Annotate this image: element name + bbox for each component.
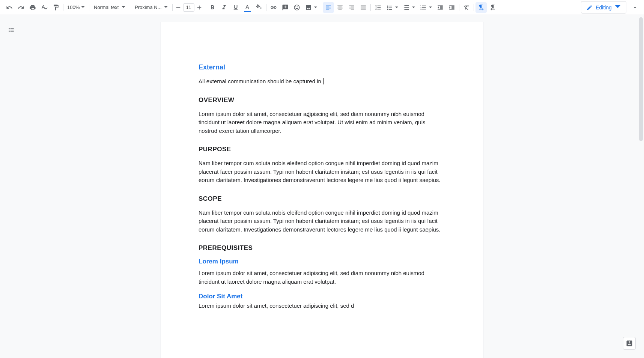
line-spacing-button[interactable]	[372, 2, 384, 13]
editor-canvas: External All external communication shou…	[0, 15, 644, 358]
text-color-button[interactable]	[242, 2, 253, 13]
toolbar: 100% Normal text Proxima N...	[0, 0, 644, 15]
paragraph-scope: Nam liber tempor cum soluta nobis eleife…	[199, 209, 445, 234]
mode-select[interactable]: Editing	[581, 1, 626, 14]
heading-prerequisites: PREREQUISITES	[199, 244, 445, 252]
font-size-input[interactable]	[183, 3, 194, 12]
chevron-down-icon	[429, 5, 434, 10]
bulleted-list-button[interactable]	[401, 2, 417, 13]
separator	[266, 4, 266, 11]
separator	[205, 4, 205, 11]
insert-link-button[interactable]	[268, 2, 279, 13]
ltr-button[interactable]	[475, 2, 487, 13]
italic-button[interactable]	[218, 2, 230, 13]
align-right-button[interactable]	[346, 2, 357, 13]
chevron-down-icon	[314, 5, 319, 10]
align-center-button[interactable]	[334, 2, 346, 13]
spellcheck-button[interactable]	[39, 2, 50, 13]
scrollbar-track[interactable]	[639, 17, 643, 356]
separator	[130, 4, 130, 11]
separator	[459, 4, 459, 11]
explore-button[interactable]	[623, 337, 636, 350]
mode-label: Editing	[596, 5, 612, 11]
separator	[370, 4, 371, 11]
font-value: Proxima N...	[135, 5, 162, 10]
paragraph-purpose: Nam liber tempor cum soluta nobis eleife…	[199, 159, 445, 185]
bold-button[interactable]	[207, 2, 218, 13]
pencil-icon	[587, 5, 593, 11]
hide-menus-button[interactable]	[630, 2, 640, 13]
clear-formatting-button[interactable]	[461, 2, 472, 13]
redo-button[interactable]	[15, 2, 27, 13]
style-value: Normal text	[94, 5, 119, 10]
separator	[321, 4, 321, 11]
decrease-font-size-button[interactable]	[174, 2, 182, 13]
paragraph-lorem: Lorem ipsum dolor sit amet, consectetuer…	[199, 269, 445, 286]
text-color-swatch	[244, 11, 251, 12]
paragraph-style-select[interactable]: Normal text	[91, 2, 128, 13]
add-comment-button[interactable]	[280, 2, 291, 13]
zoom-value: 100%	[67, 5, 80, 10]
numbered-list-button[interactable]	[418, 2, 434, 13]
paragraph-overview: Lorem ipsum dolor sit amet, consectetuer…	[199, 110, 445, 135]
zoom-select[interactable]: 100%	[65, 2, 87, 13]
align-justify-button[interactable]	[358, 2, 369, 13]
chevron-down-icon	[164, 5, 168, 10]
align-left-button[interactable]	[323, 2, 334, 13]
undo-button[interactable]	[4, 2, 15, 13]
increase-indent-button[interactable]	[446, 2, 457, 13]
separator	[172, 4, 173, 11]
heading-external: External	[199, 63, 445, 71]
increase-font-size-button[interactable]	[195, 2, 203, 13]
heading-scope: SCOPE	[199, 195, 445, 203]
rtl-button[interactable]	[487, 2, 498, 13]
paragraph-external: All external communication should be cap…	[199, 77, 445, 86]
checklist-button[interactable]	[384, 2, 400, 13]
font-family-select[interactable]: Proxima N...	[132, 2, 171, 13]
chevron-down-icon	[122, 5, 125, 10]
paint-format-button[interactable]	[50, 2, 62, 13]
underline-button[interactable]	[230, 2, 241, 13]
scrollbar-thumb[interactable]	[639, 17, 643, 141]
heading-overview: OVERVIEW	[199, 96, 445, 104]
chevron-down-icon	[395, 5, 400, 10]
separator	[89, 4, 89, 11]
separator	[63, 4, 63, 11]
insert-image-button[interactable]	[303, 2, 319, 13]
separator	[474, 4, 474, 11]
font-size-group	[174, 2, 203, 13]
heading-purpose: PURPOSE	[199, 146, 445, 153]
insert-emoji-button[interactable]	[291, 2, 302, 13]
paragraph-dolor: Lorem ipsum dolor sit amet, consectetuer…	[199, 302, 445, 310]
document-outline-toggle[interactable]	[6, 25, 17, 35]
print-button[interactable]	[27, 2, 38, 13]
document-page[interactable]: External All external communication shou…	[161, 22, 483, 358]
subheading-lorem: Lorem Ipsum	[199, 258, 445, 265]
chevron-down-icon	[615, 4, 621, 11]
chevron-down-icon	[81, 5, 85, 10]
decrease-indent-button[interactable]	[435, 2, 446, 13]
subheading-dolor: Dolor Sit Amet	[199, 293, 445, 300]
highlight-color-button[interactable]	[253, 2, 265, 13]
chevron-down-icon	[412, 5, 417, 10]
text-cursor	[324, 78, 324, 84]
